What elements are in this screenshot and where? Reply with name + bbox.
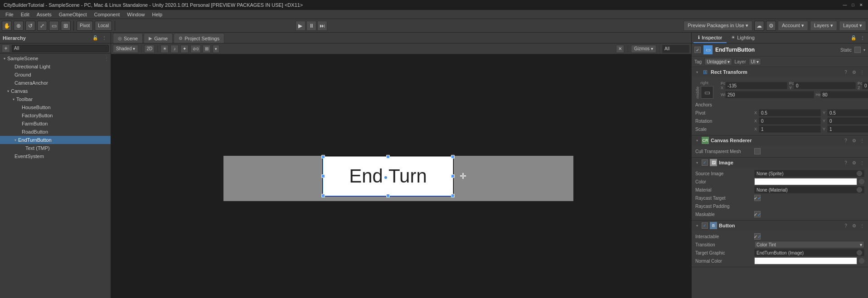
tree-item-toolbar[interactable]: ▾ Toolbar <box>0 95 111 103</box>
source-image-select-icon[interactable] <box>857 171 862 176</box>
posx-input[interactable] <box>725 82 787 89</box>
btn-menu-icon[interactable]: ⋮ <box>859 222 865 229</box>
tree-item-farm-button[interactable]: FarmButton <box>0 120 111 128</box>
menu-component[interactable]: Component <box>90 10 123 19</box>
inspector-lock-icon[interactable]: 🔓 <box>850 34 857 42</box>
posz-input[interactable] <box>862 82 868 89</box>
rt-settings-icon[interactable]: ⚙ <box>851 69 857 75</box>
tree-item-text-tmp[interactable]: Text (TMP) <box>0 144 111 152</box>
handle-bottom-left[interactable] <box>321 194 325 197</box>
menu-file[interactable]: File <box>2 10 17 19</box>
rotate-tool-button[interactable]: ↺ <box>25 21 35 31</box>
audio-icon[interactable]: ♪ <box>170 45 179 53</box>
tree-item-road-button[interactable]: RoadButton <box>0 128 111 136</box>
move-tool-button[interactable]: ⊕ <box>14 21 24 31</box>
cull-mesh-checkbox[interactable] <box>754 148 761 154</box>
canvas-renderer-header[interactable]: ▾ CR Canvas Renderer ? ⚙ ⋮ <box>692 135 868 145</box>
raycast-target-checkbox[interactable]: ✓ <box>754 195 761 201</box>
hierarchy-lock-icon[interactable]: 🔓 <box>92 34 99 42</box>
scale-y-input[interactable] <box>827 125 868 133</box>
material-field[interactable]: None (Material) <box>754 186 864 193</box>
transform-tool-button[interactable]: ⊞ <box>61 21 71 31</box>
rect-transform-header[interactable]: ▾ ⊞ Rect Transform ? ⚙ ⋮ <box>692 67 868 77</box>
shading-dropdown[interactable]: Shaded ▾ <box>113 45 138 53</box>
tree-item-house-button[interactable]: HouseButton <box>0 103 111 111</box>
tag-dropdown[interactable]: Untagged ▾ <box>704 58 732 65</box>
pivot-y-input[interactable] <box>827 109 868 116</box>
maximize-button[interactable]: □ <box>850 2 856 8</box>
normal-color-swatch[interactable] <box>754 257 857 264</box>
rt-help-icon[interactable]: ? <box>843 69 849 75</box>
cr-help-icon[interactable]: ? <box>843 137 849 144</box>
cr-settings-icon[interactable]: ⚙ <box>851 137 857 144</box>
project-settings-tab[interactable]: ⚙ Project Settings <box>174 33 224 43</box>
hierarchy-add-button[interactable]: + <box>2 44 10 53</box>
posy-input[interactable] <box>794 82 856 89</box>
height-input[interactable] <box>820 91 868 98</box>
image-enabled-checkbox[interactable]: ✓ <box>702 159 708 166</box>
interactable-checkbox[interactable]: ✓ <box>754 233 761 240</box>
handle-top-middle[interactable] <box>386 155 390 159</box>
maskable-checkbox[interactable]: ✓ <box>754 211 761 217</box>
cr-menu-icon[interactable]: ⋮ <box>859 137 865 144</box>
effects-icon[interactable]: ✦ <box>180 45 189 53</box>
color-swatch[interactable] <box>754 178 857 185</box>
step-button[interactable]: ⏭ <box>317 21 327 31</box>
pause-button[interactable]: ⏸ <box>306 21 316 31</box>
rot-x-input[interactable] <box>759 117 821 125</box>
target-graphic-select-icon[interactable] <box>857 250 862 255</box>
img-settings-icon[interactable]: ⚙ <box>851 159 857 166</box>
transition-dropdown[interactable]: Color Tint ▾ <box>754 241 864 248</box>
rot-y-input[interactable] <box>827 117 868 125</box>
handle-bottom-middle[interactable] <box>386 194 390 197</box>
tree-item-camera-anchor[interactable]: CameraAnchor <box>0 79 111 87</box>
account-button[interactable]: Account ▾ <box>778 21 808 31</box>
color-eyedropper-icon[interactable] <box>859 179 864 184</box>
img-menu-icon[interactable]: ⋮ <box>859 159 865 166</box>
grid-icon[interactable]: ⊞ <box>203 45 211 53</box>
normal-color-eyedropper[interactable] <box>859 258 864 264</box>
handle-middle-left[interactable] <box>321 174 325 178</box>
tree-item-factory-button[interactable]: FactoryButton <box>0 111 111 120</box>
settings-icon[interactable]: ⚙ <box>766 21 776 31</box>
rt-menu-icon[interactable]: ⋮ <box>859 69 865 75</box>
handle-middle-right[interactable] <box>451 174 455 178</box>
pivot-button[interactable]: Pivot <box>77 21 93 31</box>
scene-close[interactable]: ✕ <box>616 45 624 53</box>
scene-tab[interactable]: ◎ Scene <box>113 33 143 43</box>
hidden-count[interactable]: ⊘0 <box>190 45 201 53</box>
handle-top-left[interactable] <box>321 155 325 159</box>
tree-menu-icon[interactable]: ⋮ <box>104 56 109 61</box>
scale-x-input[interactable] <box>759 125 821 133</box>
button-header[interactable]: ▾ ✓ B Button ? ⚙ ⋮ <box>692 221 868 231</box>
scene-search-input[interactable] <box>662 45 689 53</box>
pivot-x-input[interactable] <box>759 109 821 116</box>
inspector-tab[interactable]: ℹ Inspector <box>693 33 727 43</box>
scene-viewport[interactable]: EndTurn ✛ <box>111 54 691 298</box>
play-button[interactable]: ▶ <box>296 21 305 31</box>
menu-assets[interactable]: Assets <box>33 10 55 19</box>
tree-item-samplescene[interactable]: ▾ SampleScene ⋮ <box>0 54 111 62</box>
hierarchy-menu-icon[interactable]: ⋮ <box>101 34 108 42</box>
image-header[interactable]: ▾ ✓ 🖼 Image ? ⚙ ⋮ <box>692 158 868 168</box>
menu-help[interactable]: Help <box>148 10 166 19</box>
tree-item-end-turn-button[interactable]: ▾ EndTurnButton <box>0 136 111 144</box>
2d-button[interactable]: 2D <box>144 45 155 53</box>
width-input[interactable] <box>725 91 814 98</box>
tree-item-canvas[interactable]: ▾ Canvas <box>0 87 111 95</box>
lighting-tab[interactable]: ☀ Lighting <box>727 33 759 43</box>
game-tab[interactable]: ▶ Game <box>144 33 173 43</box>
lighting-icon[interactable]: ☀ <box>160 45 169 53</box>
menu-edit[interactable]: Edit <box>17 10 33 19</box>
hand-tool-button[interactable]: ✋ <box>2 21 12 31</box>
hierarchy-search-input[interactable] <box>12 45 109 52</box>
local-button[interactable]: Local <box>95 21 112 31</box>
tree-item-event-system[interactable]: EventSystem <box>0 152 111 160</box>
scale-tool-button[interactable]: ⤢ <box>37 21 47 31</box>
static-arrow[interactable]: ▾ <box>863 48 865 52</box>
tree-item-directional-light[interactable]: Directional Light <box>0 62 111 71</box>
layout-button[interactable]: Layout ▾ <box>839 21 866 31</box>
collab-icon[interactable]: ☁ <box>754 21 764 31</box>
rect-tool-button[interactable]: ▭ <box>49 21 59 31</box>
btn-help-icon[interactable]: ? <box>843 222 849 229</box>
